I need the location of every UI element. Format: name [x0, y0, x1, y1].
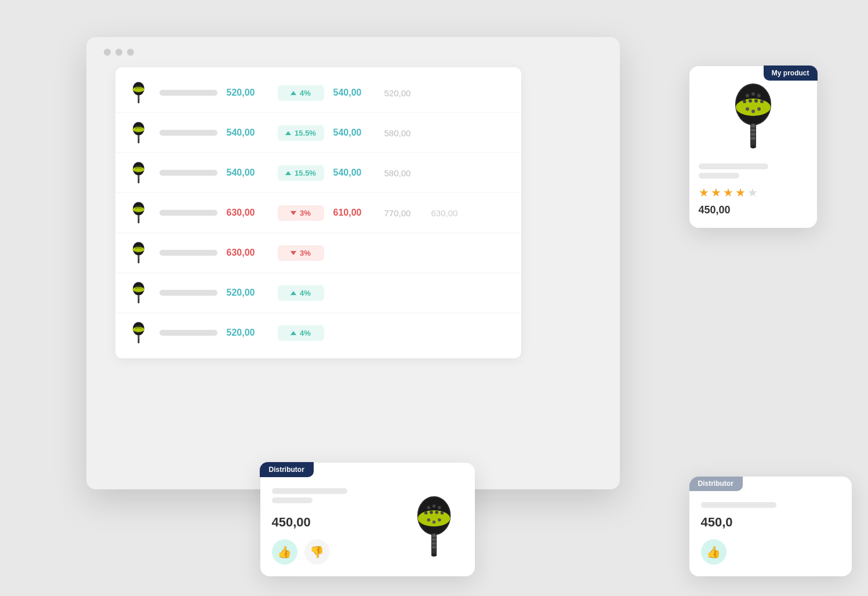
product-name-placeholder [159, 290, 217, 296]
thumb-up-button-2[interactable]: 👍 [701, 539, 727, 565]
badge-arrow-icon [290, 91, 296, 95]
product-name-bar-2 [699, 173, 739, 179]
svg-point-44 [136, 206, 137, 207]
racket-image-medium [412, 489, 456, 564]
price-col-4: 630,00 [431, 208, 469, 218]
dist-name-bar-1 [272, 488, 347, 494]
thumbs-down-icon: 👎 [310, 545, 324, 559]
svg-point-105 [754, 99, 758, 103]
distributor-price-2: 450,0 [701, 515, 840, 530]
badge-arrow-icon [290, 331, 296, 335]
price-badge: 15.5% [278, 125, 324, 141]
svg-rect-81 [137, 296, 139, 297]
price-col-1: 540,00 [227, 128, 268, 138]
table-row: 630,00 3% 610,00 770,00 630,00 [115, 193, 521, 233]
svg-point-69 [137, 262, 139, 263]
svg-rect-94 [137, 335, 139, 336]
svg-point-86 [136, 326, 137, 327]
svg-rect-96 [137, 338, 139, 339]
thumbs-up-icon: 👍 [277, 545, 292, 559]
svg-point-102 [757, 94, 761, 97]
svg-point-49 [139, 208, 140, 209]
scene: 520,00 4% 540,00 520,00 [86, 37, 782, 559]
product-icon [127, 321, 150, 344]
thumb-down-button[interactable]: 👎 [304, 539, 330, 565]
table-row: 540,00 15.5% 540,00 580,00 [115, 153, 521, 193]
svg-rect-113 [751, 133, 756, 136]
dist2-name-bar [701, 502, 776, 508]
svg-rect-112 [751, 129, 756, 132]
svg-point-72 [136, 286, 137, 287]
price-col-1: 630,00 [227, 248, 268, 258]
product-icon [127, 161, 150, 184]
svg-point-106 [760, 100, 764, 103]
price-col-1: 540,00 [227, 168, 268, 178]
distributor-badge-2: Distributor [689, 477, 743, 491]
svg-rect-26 [137, 138, 139, 139]
svg-point-16 [136, 126, 137, 127]
svg-point-45 [138, 205, 139, 206]
stars-row: ★ ★ ★ ★ ★ [699, 186, 808, 199]
product-name-placeholder [159, 90, 217, 96]
svg-point-36 [140, 168, 141, 169]
my-product-price: 450,00 [699, 204, 808, 216]
svg-rect-11 [137, 96, 139, 97]
svg-point-118 [418, 510, 451, 526]
product-icon [127, 201, 150, 224]
svg-point-20 [137, 128, 138, 129]
price-col-3: 520,00 [384, 88, 422, 98]
product-icon [127, 281, 150, 304]
distributor-card-1: Distributor 450,00 👍 👎 [260, 463, 475, 576]
svg-point-41 [137, 182, 139, 183]
svg-point-13 [137, 102, 139, 103]
svg-point-85 [133, 327, 144, 332]
svg-point-17 [138, 125, 139, 126]
svg-point-29 [133, 167, 144, 172]
badge-arrow-icon [290, 251, 296, 255]
svg-point-63 [139, 248, 140, 249]
svg-point-7 [139, 88, 140, 89]
svg-point-126 [427, 518, 430, 522]
svg-point-122 [424, 511, 428, 515]
svg-point-48 [137, 208, 138, 209]
svg-point-62 [137, 248, 138, 249]
badge-arrow-icon [285, 131, 291, 135]
svg-point-83 [137, 302, 139, 303]
table-row: 520,00 4% [115, 313, 521, 352]
racket-image-large [730, 75, 776, 157]
svg-rect-131 [432, 538, 436, 541]
star-2: ★ [711, 186, 721, 199]
svg-point-76 [137, 288, 138, 289]
svg-point-46 [139, 206, 140, 207]
svg-point-104 [749, 99, 752, 103]
dot-1 [104, 49, 111, 56]
svg-point-91 [139, 328, 140, 329]
product-name-placeholder [159, 250, 217, 256]
svg-point-90 [137, 328, 138, 329]
price-badge: 4% [278, 285, 324, 301]
thumb-up-button[interactable]: 👍 [272, 539, 297, 565]
svg-rect-133 [432, 546, 436, 548]
svg-rect-24 [137, 135, 139, 136]
price-col-2: 540,00 [333, 168, 375, 178]
distributor-card-content: 450,00 👍 👎 [272, 488, 463, 565]
svg-point-73 [138, 285, 139, 286]
svg-point-27 [137, 142, 139, 143]
price-col-2: 540,00 [333, 88, 375, 98]
svg-point-60 [139, 246, 140, 247]
product-name-placeholder [159, 130, 217, 136]
svg-point-109 [757, 107, 761, 111]
thumbs-row: 👍 👎 [272, 539, 396, 565]
my-product-card: My product [689, 66, 817, 228]
svg-rect-80 [137, 295, 139, 296]
badge-value: 3% [300, 249, 311, 257]
svg-point-128 [438, 518, 441, 522]
badge-value: 4% [300, 89, 311, 97]
price-badge: 3% [278, 205, 324, 221]
svg-point-99 [736, 99, 771, 116]
svg-rect-52 [137, 215, 139, 216]
svg-point-15 [133, 127, 144, 132]
svg-point-75 [135, 288, 136, 289]
svg-point-31 [138, 165, 139, 166]
star-3: ★ [723, 186, 733, 199]
